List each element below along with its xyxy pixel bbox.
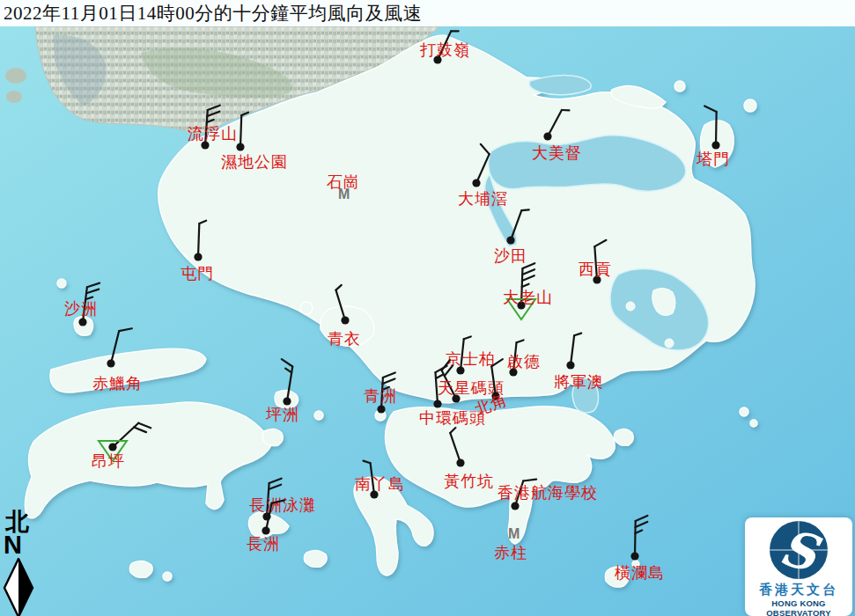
station-label: 啟德: [507, 353, 541, 370]
station-label: 濕地公園: [221, 153, 288, 171]
wind-barb-full: [522, 269, 534, 275]
wind-barb-stem: [240, 115, 241, 147]
station-green-island: 青洲: [364, 372, 397, 413]
station-dot: [566, 361, 574, 369]
wind-barb-full: [207, 112, 219, 116]
wind-barb-half: [436, 375, 442, 378]
wind-barb-full: [134, 427, 146, 432]
wind-barb-full: [636, 516, 648, 521]
station-tap-mun: 塔門: [696, 106, 730, 168]
wind-barb-full: [269, 479, 282, 483]
station-label: 香港航海學校: [498, 484, 598, 502]
station-dot: [377, 405, 385, 413]
station-ngong-ping: 昂坪: [92, 423, 151, 470]
station-dot: [341, 316, 349, 324]
station-dot: [472, 179, 480, 187]
station-waglan-island: 橫瀾島: [615, 516, 665, 582]
wind-barb-half: [521, 209, 528, 210]
station-peng-chau: 坪洲: [265, 359, 299, 423]
wind-barb-half: [364, 461, 371, 464]
wind-barb-stem: [111, 331, 119, 363]
station-dot: [506, 236, 514, 244]
station-label: 赤柱: [494, 544, 527, 561]
station-label: 石崗: [327, 173, 360, 191]
station-tsing-yi: 青衣: [328, 285, 361, 348]
wind-barb-full: [282, 359, 292, 366]
station-label: 塔門: [696, 150, 730, 168]
station-dot: [236, 143, 244, 150]
wind-map-screenshot: 打鼓嶺流浮山濕地公園M石崗大美督塔門大埔滘沙田屯門西貢沙洲大老山青衣赤鱲角京士柏…: [0, 0, 855, 616]
station-tates-cairn: 大老山: [503, 263, 553, 319]
wind-barb-stem: [476, 154, 490, 183]
stations-layer: 打鼓嶺流浮山濕地公園M石崗大美督塔門大埔滘沙田屯門西貢沙洲大老山青衣赤鱲角京士柏…: [0, 0, 855, 616]
wind-barb-full: [523, 480, 536, 481]
station-label: 西貢: [579, 260, 612, 278]
wind-barb-stem: [716, 112, 717, 145]
wind-barb-half: [464, 336, 471, 339]
station-stanley: M赤柱: [494, 526, 527, 561]
station-sai-kung: 西貢: [579, 240, 612, 284]
station-label: 長洲泳灘: [249, 496, 316, 514]
station-hk-sea-school: 香港航海學校: [498, 480, 598, 510]
wind-barb-full: [636, 522, 648, 527]
station-label: 黃竹坑: [444, 473, 494, 490]
wind-barb-full: [383, 372, 395, 378]
wind-barb-half: [450, 428, 455, 433]
wind-barb-full: [481, 144, 490, 154]
station-label: 沙洲: [64, 300, 98, 318]
wind-barb-full: [87, 283, 100, 288]
station-tseung-kwan-o: 將軍澳: [554, 334, 604, 391]
station-tai-po-kau: 大埔滘: [458, 144, 508, 208]
hko-logo: S 香港天文台 HONG KONG OBSERVATORY: [745, 517, 852, 616]
station-sha-tin: 沙田: [494, 209, 529, 265]
north-letter-label: N: [2, 532, 39, 558]
station-cheung-chau-beach: 長洲泳灘: [249, 479, 316, 521]
station-label: 坪洲: [265, 406, 299, 423]
station-tuen-mun: 屯門: [181, 221, 214, 282]
station-dot: [262, 526, 269, 534]
station-label: 赤鱲角: [92, 375, 143, 392]
wind-barb-full: [119, 328, 132, 331]
station-wong-chuk-hang: 黃竹坑: [444, 428, 494, 490]
station-dot: [107, 359, 114, 367]
station-lau-fau-shan: 流浮山: [188, 106, 238, 150]
logo-chinese-name: 香港天文台: [745, 582, 852, 598]
station-dot: [456, 458, 464, 466]
missing-data-marker: M: [508, 526, 520, 541]
station-kai-tak: 啟德: [507, 340, 541, 376]
station-dot: [108, 443, 116, 451]
station-label: 大埔滘: [458, 190, 508, 208]
wind-barb-stem: [198, 224, 199, 257]
wind-barb-half: [199, 221, 206, 224]
station-label: 沙田: [494, 247, 527, 265]
wind-barb-stem: [511, 210, 521, 240]
station-dot: [630, 552, 638, 560]
wind-barb-stem: [548, 110, 562, 136]
station-label: 大老山: [503, 289, 553, 306]
wind-barb-full: [86, 290, 99, 294]
station-label: 大美督: [532, 144, 582, 162]
station-dot: [433, 400, 441, 407]
station-label: 將軍澳: [554, 373, 604, 391]
map-title: 2022年11月01日14時00分的十分鐘平均風向及風速: [0, 1, 422, 26]
station-dot: [283, 397, 291, 405]
wind-barb-full: [704, 106, 716, 112]
station-label: 昂坪: [92, 452, 125, 470]
wind-barb-half: [574, 334, 581, 336]
logo-english-name: HONG KONG OBSERVATORY: [745, 598, 852, 616]
station-label: 屯門: [181, 265, 214, 282]
station-tai-mei-tuk: 大美督: [532, 110, 582, 162]
station-label: 南丫島: [355, 475, 405, 493]
wind-barb-stem: [571, 335, 574, 365]
station-label: 長洲: [247, 535, 280, 553]
wind-barb-full: [269, 485, 281, 489]
compass-needle: [2, 558, 37, 616]
station-dot: [543, 132, 551, 140]
wind-barb-stem: [335, 290, 345, 320]
title-bar: 2022年11月01日14時00分的十分鐘平均風向及風速: [0, 0, 855, 26]
station-shek-kong: M石崗: [327, 173, 360, 202]
station-kings-park: 京士柏: [446, 336, 496, 374]
hko-logo-symbol: S: [745, 517, 852, 581]
station-label: 橫瀾島: [615, 564, 665, 582]
station-label: 流浮山: [188, 125, 238, 143]
